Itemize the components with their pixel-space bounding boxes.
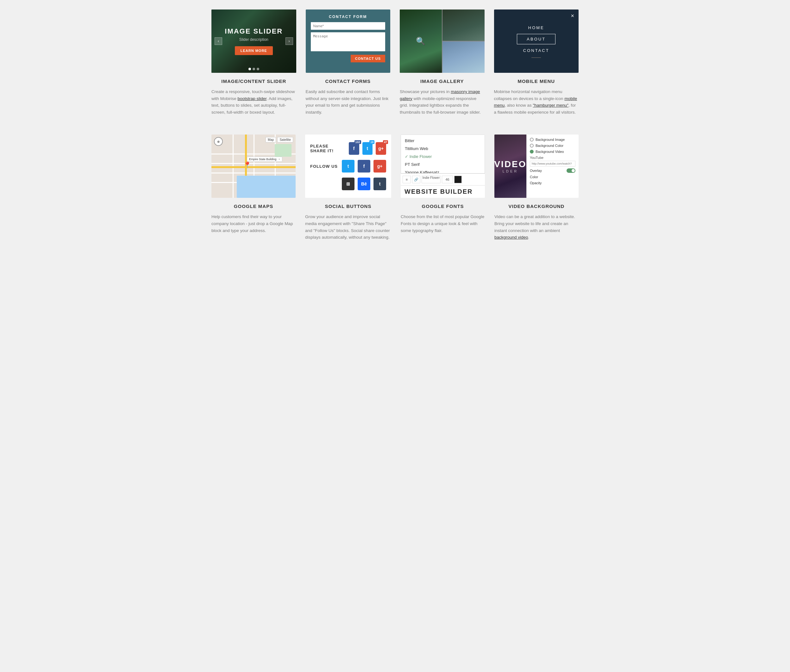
font-bitter[interactable]: Bitter [401,137,485,145]
maps-pin: 📍 [243,161,251,169]
contact-submit-button[interactable]: CONTACT US [351,55,385,62]
maps-location-label: Empire State Building × [247,157,282,162]
social-follow-gplus[interactable]: g+ [373,160,386,173]
card-desc-contact: Easily add subscribe and contact forms w… [306,88,390,115]
social-follow-row: FOLLOW US t f g+ [310,160,386,173]
row1-grid: ‹ IMAGE SLIDER Slider description LEARN … [211,10,579,115]
mobile-menu-item-about[interactable]: ABOUT [517,34,555,44]
mobile-menu-close-icon[interactable]: × [571,13,574,19]
maps-label-close[interactable]: × [278,158,280,161]
fonts-align-left-button[interactable]: ≡ [403,176,411,183]
mobile-menu-item-home[interactable]: HOME [494,23,579,33]
fonts-link-button[interactable]: 🔗 [412,176,420,183]
video-option-bg-video[interactable]: Background Video [530,150,576,154]
social-follow-github[interactable]: ⊞ [342,178,355,190]
video-preview: VIDEO LDER Background Image Background C… [494,134,579,198]
bootstrap-slider-link[interactable]: bootstrap slider [238,96,267,101]
video-option-bg-image[interactable]: Background Image [530,138,576,141]
slider-title: IMAGE SLIDER [225,27,283,35]
overlay-toggle[interactable] [566,168,576,173]
card-desc-social: Grow your audience and improve social me… [305,213,391,240]
contact-preview-container: CONTACT FORM CONTACT US [306,10,390,73]
social-follow-label: FOLLOW US [310,164,339,169]
masonry-gallery-link[interactable]: masonry image gallery [400,89,480,101]
social-share-row: PLEASE SHARE IT! f 102 t 19 g+ 47 [310,142,386,155]
fonts-size-input[interactable] [442,176,453,183]
facebook-icon: f [353,146,355,151]
radio-bg-image[interactable] [530,138,534,141]
mobile-menu-divider [531,57,541,58]
font-pt-serif[interactable]: PT Serif [401,160,485,168]
card-title-video: VIDEO BACKGROUND [494,203,579,209]
slider-dot-1[interactable] [248,68,251,70]
maps-water [237,176,296,198]
gallery-preview-container: 🔍 [400,10,485,73]
fonts-dropdown[interactable]: Bitter Titillium Web Indie Flower PT Ser… [401,134,485,173]
social-preview-container: PLEASE SHARE IT! f 102 t 19 g+ 47 [305,134,391,198]
opacity-label: Opacity [530,181,542,185]
font-titillium[interactable]: Titillium Web [401,145,485,152]
radio-bg-color[interactable] [530,144,534,147]
font-yanone[interactable]: Yanone Kaffeesatz [401,168,485,173]
contact-name-input[interactable] [311,22,385,30]
twitter-badge: 19 [369,140,374,144]
card-desc-fonts: Choose from the list of most popular Goo… [401,213,485,234]
card-image-gallery: 🔍 IMAGE GALLERY Showcase your pictures i… [400,10,485,115]
slider-arrow-left[interactable]: ‹ [214,37,222,45]
social-share-label: PLEASE SHARE IT! [310,144,345,153]
card-title-gallery: IMAGE GALLERY [400,78,485,84]
social-share-twitter[interactable]: t 19 [362,142,373,155]
page-wrapper: ‹ IMAGE SLIDER Slider description LEARN … [205,0,585,266]
card-desc-mobile-menu: Mobirise horizontal navigation menu coll… [494,88,579,115]
gallery-cell-large[interactable]: 🔍 [400,10,442,73]
fonts-color-picker[interactable] [454,176,462,183]
social-follow-facebook[interactable]: f [358,160,370,173]
video-big-text: VIDEO [494,159,527,170]
mobile-menu-preview-container: × HOME ABOUT CONTACT [494,10,579,73]
fonts-font-name-display: Indie Flower [422,176,441,183]
color-label: Color [530,175,538,179]
card-google-maps: Map Satellite ⊕ 📍 Empire State Building … [211,134,296,240]
card-title-mobile-menu: MOBILE MENU [494,78,579,84]
youtube-url-input[interactable] [530,161,576,166]
social-share-gplus[interactable]: g+ 47 [376,142,386,155]
slider-preview: ‹ IMAGE SLIDER Slider description LEARN … [211,10,296,73]
gplus-badge: 47 [383,140,388,144]
slider-arrow-right[interactable]: › [285,37,293,45]
video-option-bg-color[interactable]: Background Color [530,144,576,147]
row2-grid: Map Satellite ⊕ 📍 Empire State Building … [211,134,579,240]
maps-map-btn[interactable]: Map [265,137,276,142]
video-left-panel: VIDEO LDER [494,134,526,198]
card-social-buttons: PLEASE SHARE IT! f 102 t 19 g+ 47 [305,134,391,240]
gallery-cell-top-right[interactable] [443,10,485,41]
background-video-link[interactable]: background video [494,235,528,240]
twitter-icon: t [367,146,368,151]
slider-dot-2[interactable] [253,68,255,70]
slider-learn-more-button[interactable]: LEARN MORE [235,46,273,55]
slider-dot-3[interactable] [257,68,259,70]
card-title-maps: GOOGLE MAPS [211,203,296,209]
fonts-toolbar: ≡ 🔗 Indie Flower [401,173,485,185]
radio-bg-video[interactable] [530,150,534,154]
card-desc-slider: Create a responsive, touch-swipe slidesh… [211,88,296,115]
maps-preview[interactable]: Map Satellite ⊕ 📍 Empire State Building … [211,134,296,198]
font-indie-flower[interactable]: Indie Flower [401,152,485,160]
hamburger-menu-link[interactable]: "hamburger menu" [533,103,568,108]
maps-preview-container: Map Satellite ⊕ 📍 Empire State Building … [211,134,296,198]
maps-satellite-btn[interactable]: Satellite [277,137,293,142]
behance-icon: Bē [361,181,367,186]
social-follow-behance[interactable]: Bē [358,178,370,190]
mobile-menu-preview: × HOME ABOUT CONTACT [494,10,579,73]
video-sub-text: LDER [503,170,518,173]
mobile-menu-item-contact[interactable]: CONTACT [494,46,579,55]
video-preview-container: VIDEO LDER Background Image Background C… [494,134,579,198]
maps-road-main-h [211,166,296,168]
social-share-facebook[interactable]: f 102 [349,142,359,155]
social-follow-row2: ⊞ Bē t [342,178,386,190]
social-follow-twitter[interactable]: t [342,160,355,173]
gallery-cell-bottom-right[interactable] [443,42,485,73]
card-video-background: VIDEO LDER Background Image Background C… [494,134,579,240]
social-follow-tumblr[interactable]: t [373,178,386,190]
contact-message-textarea[interactable] [311,32,385,51]
slider-preview-container: ‹ IMAGE SLIDER Slider description LEARN … [211,10,296,73]
